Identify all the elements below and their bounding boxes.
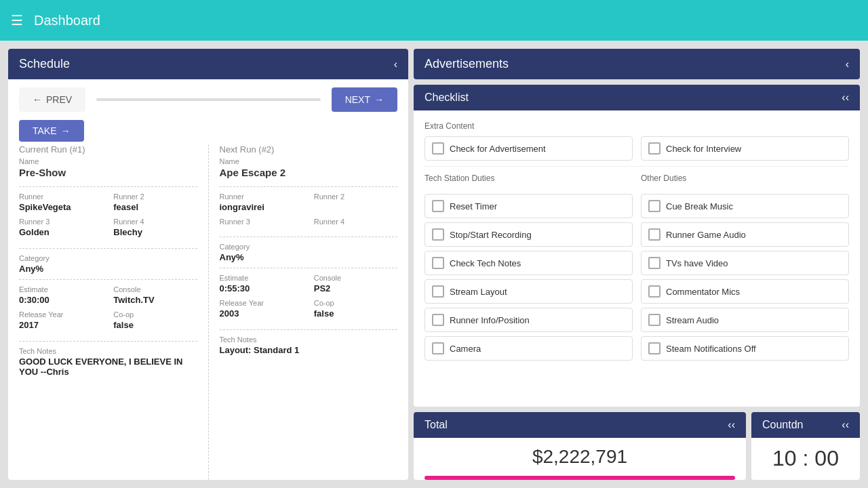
current-year-group: Release Year 2017 bbox=[19, 310, 102, 336]
current-runner3-value: Golden bbox=[19, 227, 102, 237]
total-collapse-icon[interactable]: ‹ bbox=[728, 419, 735, 431]
check-tech-notes-checkbox[interactable] bbox=[432, 257, 444, 269]
next-runner-row: Runner iongravirei Runner 2 bbox=[220, 192, 398, 218]
next-runner4-label: Runner 4 bbox=[314, 218, 397, 226]
extra-content-row: Check for Advertisement Check for Interv… bbox=[425, 136, 849, 161]
check-interview-checkbox[interactable] bbox=[648, 142, 660, 155]
stream-audio-item[interactable]: Stream Audio bbox=[641, 308, 849, 332]
next-year-row: Release Year 2003 Co-op false bbox=[220, 299, 398, 324]
stream-layout-label: Stream Layout bbox=[450, 287, 507, 297]
schedule-header: Schedule bbox=[8, 49, 408, 79]
ads-collapse-icon[interactable] bbox=[846, 58, 849, 70]
next-button[interactable]: NEXT → bbox=[332, 87, 397, 112]
stop-start-recording-checkbox[interactable] bbox=[432, 228, 444, 241]
schedule-title: Schedule bbox=[19, 57, 70, 71]
reset-timer-item[interactable]: Reset Timer bbox=[425, 194, 633, 218]
next-runner4-group: Runner 4 bbox=[314, 218, 397, 231]
current-runner2-label: Runner 2 bbox=[113, 192, 197, 201]
stream-audio-checkbox[interactable] bbox=[648, 314, 660, 326]
countdown-title: Countdn bbox=[762, 419, 804, 431]
total-progress-bar bbox=[425, 476, 735, 480]
main-content: Schedule ← PREV NEXT → TAKE → Current Ru… bbox=[0, 41, 868, 488]
current-tech-notes-value: GOOD LUCK EVERYONE, I BELIEVE IN YOU --C… bbox=[19, 357, 197, 377]
current-run-name-label: Name bbox=[19, 157, 197, 165]
current-estimate-label: Estimate bbox=[19, 285, 102, 293]
check-interview-item[interactable]: Check for Interview bbox=[641, 136, 849, 161]
take-container: TAKE → bbox=[8, 120, 408, 144]
total-panel: Total ‹ $2,222,791 bbox=[414, 412, 746, 480]
cue-break-music-item[interactable]: Cue Break Music bbox=[641, 194, 849, 218]
tech-station-header: Tech Station Duties bbox=[425, 171, 633, 188]
current-console-group: Console Twitch.TV bbox=[113, 285, 197, 310]
camera-checkbox[interactable] bbox=[432, 342, 444, 354]
checklist-collapse-icon[interactable]: ‹ bbox=[842, 92, 849, 104]
current-estimate-value: 0:30:00 bbox=[19, 295, 102, 305]
next-category-value: Any% bbox=[220, 252, 398, 262]
next-year-value: 2003 bbox=[220, 308, 303, 319]
check-advertisement-label: Check for Advertisement bbox=[450, 144, 546, 154]
checklist-body: Extra Content Check for Advertisement Ch… bbox=[414, 110, 860, 407]
runner-game-audio-item[interactable]: Runner Game Audio bbox=[641, 222, 849, 247]
current-console-value: Twitch.TV bbox=[113, 295, 197, 305]
next-tech-notes-value: Layout: Standard 1 bbox=[220, 345, 398, 355]
next-runner2-group: Runner 2 bbox=[314, 192, 397, 218]
check-tech-notes-item[interactable]: Check Tech Notes bbox=[425, 251, 633, 275]
next-coop-value: false bbox=[314, 308, 397, 319]
runner-info-label: Runner Info/Position bbox=[450, 315, 530, 325]
commentator-mics-item[interactable]: Commentator Mics bbox=[641, 279, 849, 304]
tvs-have-video-checkbox[interactable] bbox=[648, 257, 660, 269]
commentator-mics-checkbox[interactable] bbox=[648, 285, 660, 298]
cue-break-music-label: Cue Break Music bbox=[666, 201, 733, 211]
runner-info-checkbox[interactable] bbox=[432, 314, 444, 326]
current-runner-group: Runner SpikeVegeta bbox=[19, 192, 102, 218]
countdown-collapse-icon[interactable]: ‹ bbox=[842, 419, 849, 431]
menu-icon[interactable]: ☰ bbox=[11, 12, 23, 28]
runner-info-item[interactable]: Runner Info/Position bbox=[425, 308, 633, 332]
tech-station-label: Tech Station Duties bbox=[425, 174, 633, 183]
camera-item[interactable]: Camera bbox=[425, 336, 633, 361]
schedule-collapse-icon[interactable] bbox=[394, 58, 397, 70]
current-runner2-group: Runner 2 feasel bbox=[113, 192, 197, 218]
next-runner-value: iongravirei bbox=[220, 202, 303, 212]
current-runner34-row: Runner 3 Golden Runner 4 Blechy bbox=[19, 218, 197, 243]
current-year-value: 2017 bbox=[19, 320, 102, 330]
current-category-label: Category bbox=[19, 254, 197, 262]
next-runner3-group: Runner 3 bbox=[220, 218, 303, 231]
camera-label: Camera bbox=[450, 344, 481, 354]
stream-audio-label: Stream Audio bbox=[666, 315, 719, 325]
current-estimate-group: Estimate 0:30:00 bbox=[19, 285, 102, 310]
tvs-have-video-item[interactable]: TVs have Video bbox=[641, 251, 849, 275]
prev-button[interactable]: ← PREV bbox=[19, 87, 85, 112]
next-estimate-value: 0:55:30 bbox=[220, 283, 303, 293]
stream-layout-checkbox[interactable] bbox=[432, 285, 444, 298]
stop-start-recording-item[interactable]: Stop/Start Recording bbox=[425, 222, 633, 247]
cue-break-music-checkbox[interactable] bbox=[648, 200, 660, 212]
other-duties-col: Cue Break Music Runner Game Audio TVs ha… bbox=[641, 194, 849, 361]
extra-content-col-right: Check for Interview bbox=[641, 136, 849, 161]
runs-container: Current Run (#1) Name Pre-Show Runner Sp… bbox=[8, 144, 408, 480]
current-runner4-label: Runner 4 bbox=[113, 218, 197, 226]
current-tech-notes-label: Tech Notes bbox=[19, 347, 197, 355]
steam-notifications-checkbox[interactable] bbox=[648, 342, 660, 354]
next-category-label: Category bbox=[220, 243, 398, 251]
take-arrow-icon: → bbox=[61, 125, 71, 136]
next-tech-notes-label: Tech Notes bbox=[220, 336, 398, 344]
current-year-label: Release Year bbox=[19, 310, 102, 319]
schedule-panel: Schedule ← PREV NEXT → TAKE → Current Ru… bbox=[8, 49, 408, 480]
check-advertisement-item[interactable]: Check for Advertisement bbox=[425, 136, 633, 161]
current-runner4-group: Runner 4 Blechy bbox=[113, 218, 197, 243]
check-advertisement-checkbox[interactable] bbox=[432, 142, 444, 155]
current-run-name: Pre-Show bbox=[19, 167, 197, 178]
steam-notifications-item[interactable]: Steam Notifications Off bbox=[641, 336, 849, 361]
next-estimate-label: Estimate bbox=[220, 274, 303, 282]
next-coop-label: Co-op bbox=[314, 299, 397, 307]
stream-layout-item[interactable]: Stream Layout bbox=[425, 279, 633, 304]
next-year-label: Release Year bbox=[220, 299, 303, 307]
current-coop-group: Co-op false bbox=[113, 310, 197, 336]
topbar: ☰ Dashboard bbox=[0, 0, 868, 41]
take-button[interactable]: TAKE → bbox=[19, 120, 84, 142]
current-runner3-group: Runner 3 Golden bbox=[19, 218, 102, 243]
checklist-panel: Checklist ‹ Extra Content Check for Adve… bbox=[414, 85, 860, 407]
reset-timer-checkbox[interactable] bbox=[432, 200, 444, 212]
runner-game-audio-checkbox[interactable] bbox=[648, 228, 660, 241]
